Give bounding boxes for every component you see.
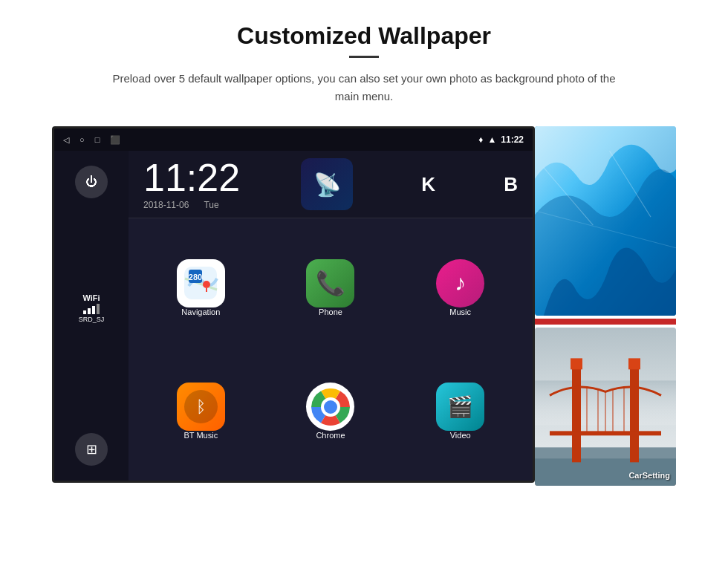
power-icon: ⏻ <box>85 175 97 189</box>
title-divider <box>349 56 379 58</box>
phone-label: Phone <box>319 307 342 316</box>
recent-icon[interactable]: □ <box>95 135 100 144</box>
nav-icons: ◁ ○ □ ⬛ <box>63 135 120 145</box>
page-description: Preload over 5 default wallpaper options… <box>104 70 624 105</box>
wifi-bar-3 <box>92 306 95 314</box>
b-app[interactable]: B <box>504 173 518 196</box>
camera-icon[interactable]: ⬛ <box>110 135 120 145</box>
wallpaper-golden-gate[interactable]: CarSetting <box>535 328 676 486</box>
navigation-icon: 280 <box>177 259 225 307</box>
signal-icon: 📡 <box>313 172 341 198</box>
svg-point-7 <box>324 400 337 414</box>
svg-point-4 <box>203 281 210 288</box>
app-item-chrome[interactable]: Chrome <box>266 350 396 474</box>
svg-rect-27 <box>550 432 661 436</box>
video-label: Video <box>450 431 471 440</box>
music-label: Music <box>449 307 471 316</box>
svg-rect-19 <box>628 359 640 370</box>
status-time: 11:22 <box>501 134 524 145</box>
carsetting-label: CarSetting <box>628 471 670 480</box>
wallpaper-ice-cave[interactable] <box>535 126 676 316</box>
day-value: Tue <box>204 200 218 210</box>
ice-cave-image <box>535 126 676 316</box>
app-item-phone[interactable]: 📞 Phone <box>266 226 396 350</box>
chrome-label: Chrome <box>316 431 345 440</box>
home-icon[interactable]: ○ <box>79 135 85 144</box>
date-value: 2018-11-06 <box>143 200 189 210</box>
bt-music-icon: ᛒ <box>177 383 225 431</box>
main-content: ⏻ WiFi SRD_SJ ⊞ <box>54 151 533 481</box>
wifi-ssid: SRD_SJ <box>79 316 105 323</box>
left-sidebar: ⏻ WiFi SRD_SJ ⊞ <box>54 151 129 481</box>
app-item-bt-music[interactable]: ᛒ BT Music <box>136 350 266 474</box>
app-item-navigation[interactable]: 280 Navigation <box>136 226 266 350</box>
power-button[interactable]: ⏻ <box>75 166 108 198</box>
clock-area: 11:22 2018-11-06 Tue 📡 K B <box>129 151 533 218</box>
svg-rect-18 <box>571 359 582 370</box>
android-screen: ◁ ○ □ ⬛ ♦ ▲ 11:22 ⏻ WiFi <box>52 126 535 483</box>
radio-widget[interactable]: 📡 <box>301 158 353 210</box>
clock-info: 11:22 2018-11-06 Tue <box>143 158 240 210</box>
music-icon: ♪ <box>436 259 484 307</box>
chrome-icon <box>306 383 354 431</box>
device-mockup: ◁ ○ □ ⬛ ♦ ▲ 11:22 ⏻ WiFi <box>45 126 683 486</box>
wifi-icon: ▲ <box>487 134 496 145</box>
k-app[interactable]: K <box>421 173 435 196</box>
golden-gate-image <box>535 328 676 486</box>
page-title: Customized Wallpaper <box>237 22 491 50</box>
status-bar: ◁ ○ □ ⬛ ♦ ▲ 11:22 <box>54 128 533 151</box>
wifi-bar-2 <box>88 308 91 314</box>
phone-icon: 📞 <box>306 259 354 307</box>
navigation-label: Navigation <box>181 307 220 316</box>
location-icon: ♦ <box>478 134 483 145</box>
wifi-bars <box>83 304 100 314</box>
wallpaper-panel: CarSetting <box>535 126 676 486</box>
wifi-info: WiFi SRD_SJ <box>79 293 105 323</box>
svg-text:280: 280 <box>189 273 202 282</box>
status-right: ♦ ▲ 11:22 <box>478 134 524 145</box>
video-icon: 🎬 <box>436 383 484 431</box>
wifi-bar-1 <box>83 310 86 314</box>
grid-icon: ⊞ <box>86 441 97 458</box>
app-item-video[interactable]: 🎬 Video <box>395 350 525 474</box>
app-item-music[interactable]: ♪ Music <box>395 226 525 350</box>
apps-grid-button[interactable]: ⊞ <box>75 433 108 466</box>
clock-date: 2018-11-06 Tue <box>143 200 240 210</box>
wifi-bar-4 <box>97 304 100 314</box>
wallpaper-divider <box>535 319 676 325</box>
bt-music-label: BT Music <box>184 431 218 440</box>
clock-time: 11:22 <box>143 158 240 197</box>
back-icon[interactable]: ◁ <box>63 135 69 145</box>
center-area: 11:22 2018-11-06 Tue 📡 K B <box>129 151 533 481</box>
wifi-label: WiFi <box>82 293 100 302</box>
app-grid: 280 Navigation 📞 Phone <box>129 218 533 481</box>
